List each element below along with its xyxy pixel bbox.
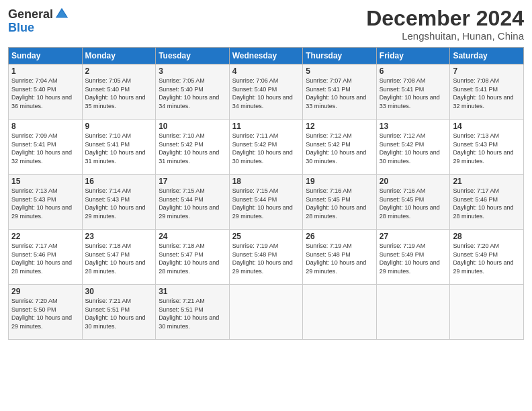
table-row: 4 Sunrise: 7:06 AMSunset: 5:40 PMDayligh… (229, 64, 303, 120)
logo-icon (54, 7, 69, 21)
table-row: 14 Sunrise: 7:13 AMSunset: 5:43 PMDaylig… (450, 120, 524, 175)
day-number: 15 (11, 177, 79, 186)
day-info: Sunrise: 7:14 AMSunset: 5:43 PMDaylight:… (85, 187, 146, 220)
table-row: 1 Sunrise: 7:04 AMSunset: 5:40 PMDayligh… (9, 64, 83, 120)
day-info: Sunrise: 7:17 AMSunset: 5:46 PMDaylight:… (453, 187, 513, 220)
day-info: Sunrise: 7:05 AMSunset: 5:40 PMDaylight:… (159, 77, 219, 109)
table-row: 3 Sunrise: 7:05 AMSunset: 5:40 PMDayligh… (156, 64, 230, 120)
day-number: 5 (306, 66, 373, 76)
day-number: 18 (232, 177, 300, 186)
day-info: Sunrise: 7:06 AMSunset: 5:40 PMDaylight:… (232, 77, 293, 109)
day-number: 4 (232, 66, 300, 76)
calendar-table: Sunday Monday Tuesday Wednesday Thursday… (8, 47, 524, 340)
table-row: 25 Sunrise: 7:19 AMSunset: 5:48 PMDaylig… (229, 230, 303, 285)
col-friday: Friday (376, 48, 450, 64)
day-info: Sunrise: 7:20 AMSunset: 5:49 PMDaylight:… (453, 242, 513, 275)
table-row: 5 Sunrise: 7:07 AMSunset: 5:41 PMDayligh… (303, 64, 377, 120)
day-number: 28 (453, 232, 521, 241)
calendar-week-row: 22 Sunrise: 7:17 AMSunset: 5:46 PMDaylig… (9, 230, 524, 285)
day-info: Sunrise: 7:19 AMSunset: 5:49 PMDaylight:… (380, 242, 440, 275)
day-number: 9 (85, 122, 153, 131)
table-row (450, 285, 524, 340)
day-info: Sunrise: 7:04 AMSunset: 5:40 PMDaylight:… (11, 77, 72, 109)
table-row: 29 Sunrise: 7:20 AMSunset: 5:50 PMDaylig… (9, 285, 83, 340)
calendar-week-row: 29 Sunrise: 7:20 AMSunset: 5:50 PMDaylig… (9, 285, 524, 340)
calendar-week-row: 8 Sunrise: 7:09 AMSunset: 5:41 PMDayligh… (9, 120, 524, 175)
table-row (303, 285, 377, 340)
day-info: Sunrise: 7:21 AMSunset: 5:51 PMDaylight:… (85, 298, 146, 330)
day-info: Sunrise: 7:18 AMSunset: 5:47 PMDaylight:… (85, 242, 146, 275)
day-number: 21 (453, 177, 521, 186)
day-info: Sunrise: 7:13 AMSunset: 5:43 PMDaylight:… (453, 132, 513, 165)
col-monday: Monday (82, 48, 156, 64)
table-row: 9 Sunrise: 7:10 AMSunset: 5:41 PMDayligh… (82, 120, 156, 175)
day-number: 19 (306, 177, 373, 186)
day-number: 30 (85, 287, 153, 296)
col-tuesday: Tuesday (156, 48, 230, 64)
day-info: Sunrise: 7:07 AMSunset: 5:41 PMDaylight:… (306, 77, 366, 109)
col-sunday: Sunday (9, 48, 83, 64)
calendar-header-row: Sunday Monday Tuesday Wednesday Thursday… (9, 48, 524, 64)
day-info: Sunrise: 7:09 AMSunset: 5:41 PMDaylight:… (11, 132, 72, 165)
table-row: 22 Sunrise: 7:17 AMSunset: 5:46 PMDaylig… (9, 230, 83, 285)
logo: General Blue (8, 7, 69, 34)
logo-blue-text: Blue (8, 21, 34, 34)
day-info: Sunrise: 7:15 AMSunset: 5:44 PMDaylight:… (232, 187, 293, 220)
day-number: 31 (159, 287, 226, 296)
table-row: 19 Sunrise: 7:16 AMSunset: 5:45 PMDaylig… (303, 175, 377, 230)
table-row: 2 Sunrise: 7:05 AMSunset: 5:40 PMDayligh… (82, 64, 156, 120)
table-row: 10 Sunrise: 7:10 AMSunset: 5:42 PMDaylig… (156, 120, 230, 175)
day-number: 24 (159, 232, 226, 241)
col-saturday: Saturday (450, 48, 524, 64)
location-title: Lengshuitan, Hunan, China (366, 30, 524, 42)
day-number: 27 (380, 232, 447, 241)
day-info: Sunrise: 7:13 AMSunset: 5:43 PMDaylight:… (11, 187, 72, 220)
page-header: General Blue December 2024 Lengshuitan, … (8, 7, 524, 42)
table-row: 24 Sunrise: 7:18 AMSunset: 5:47 PMDaylig… (156, 230, 230, 285)
day-info: Sunrise: 7:16 AMSunset: 5:45 PMDaylight:… (306, 187, 366, 220)
table-row: 12 Sunrise: 7:12 AMSunset: 5:42 PMDaylig… (303, 120, 377, 175)
day-info: Sunrise: 7:12 AMSunset: 5:42 PMDaylight:… (306, 132, 366, 165)
table-row: 17 Sunrise: 7:15 AMSunset: 5:44 PMDaylig… (156, 175, 230, 230)
day-number: 3 (159, 66, 226, 76)
day-info: Sunrise: 7:17 AMSunset: 5:46 PMDaylight:… (11, 242, 72, 275)
day-number: 29 (11, 287, 79, 296)
table-row: 16 Sunrise: 7:14 AMSunset: 5:43 PMDaylig… (82, 175, 156, 230)
table-row: 7 Sunrise: 7:08 AMSunset: 5:41 PMDayligh… (450, 64, 524, 120)
calendar-week-row: 15 Sunrise: 7:13 AMSunset: 5:43 PMDaylig… (9, 175, 524, 230)
month-title: December 2024 (366, 7, 524, 30)
table-row: 21 Sunrise: 7:17 AMSunset: 5:46 PMDaylig… (450, 175, 524, 230)
day-info: Sunrise: 7:19 AMSunset: 5:48 PMDaylight:… (306, 242, 366, 275)
day-number: 14 (453, 122, 521, 131)
day-number: 20 (380, 177, 447, 186)
table-row: 18 Sunrise: 7:15 AMSunset: 5:44 PMDaylig… (229, 175, 303, 230)
day-info: Sunrise: 7:12 AMSunset: 5:42 PMDaylight:… (380, 132, 440, 165)
calendar-week-row: 1 Sunrise: 7:04 AMSunset: 5:40 PMDayligh… (9, 64, 524, 120)
day-info: Sunrise: 7:20 AMSunset: 5:50 PMDaylight:… (11, 298, 72, 330)
day-number: 23 (85, 232, 153, 241)
day-info: Sunrise: 7:21 AMSunset: 5:51 PMDaylight:… (159, 298, 219, 330)
day-number: 2 (85, 66, 153, 76)
day-info: Sunrise: 7:11 AMSunset: 5:42 PMDaylight:… (232, 132, 293, 165)
day-info: Sunrise: 7:08 AMSunset: 5:41 PMDaylight:… (380, 77, 440, 109)
table-row: 8 Sunrise: 7:09 AMSunset: 5:41 PMDayligh… (9, 120, 83, 175)
col-wednesday: Wednesday (229, 48, 303, 64)
table-row (376, 285, 450, 340)
table-row: 13 Sunrise: 7:12 AMSunset: 5:42 PMDaylig… (376, 120, 450, 175)
day-number: 8 (11, 122, 79, 131)
day-number: 1 (11, 66, 79, 76)
day-number: 25 (232, 232, 300, 241)
day-info: Sunrise: 7:18 AMSunset: 5:47 PMDaylight:… (159, 242, 219, 275)
day-number: 10 (159, 122, 226, 131)
day-info: Sunrise: 7:19 AMSunset: 5:48 PMDaylight:… (232, 242, 293, 275)
table-row: 30 Sunrise: 7:21 AMSunset: 5:51 PMDaylig… (82, 285, 156, 340)
table-row: 20 Sunrise: 7:16 AMSunset: 5:45 PMDaylig… (376, 175, 450, 230)
logo-general-text: General (8, 8, 53, 20)
day-number: 26 (306, 232, 373, 241)
day-number: 17 (159, 177, 226, 186)
table-row: 6 Sunrise: 7:08 AMSunset: 5:41 PMDayligh… (376, 64, 450, 120)
day-info: Sunrise: 7:10 AMSunset: 5:42 PMDaylight:… (159, 132, 219, 165)
title-block: December 2024 Lengshuitan, Hunan, China (366, 7, 524, 42)
day-info: Sunrise: 7:05 AMSunset: 5:40 PMDaylight:… (85, 77, 146, 109)
table-row: 27 Sunrise: 7:19 AMSunset: 5:49 PMDaylig… (376, 230, 450, 285)
